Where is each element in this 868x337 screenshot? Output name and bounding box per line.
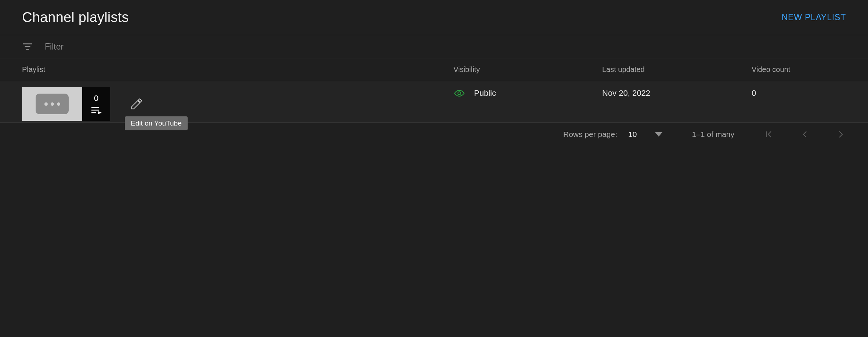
filter-input[interactable] (45, 42, 846, 52)
cell-last-updated: Nov 20, 2022 (602, 87, 752, 98)
page-title: Channel playlists (22, 10, 129, 25)
pager-buttons (764, 129, 846, 139)
thumbnail-overlay: 0 (82, 87, 110, 121)
tooltip-edit-on-youtube: Edit on YouTube (125, 116, 188, 130)
svg-marker-8 (655, 132, 662, 137)
column-header-playlist[interactable]: Playlist (22, 65, 453, 74)
svg-point-7 (458, 92, 461, 95)
filter-bar (0, 35, 868, 58)
visibility-label: Public (474, 88, 496, 98)
channel-playlists-page: Channel playlists NEW PLAYLIST Playlist … (0, 0, 868, 337)
table-row[interactable]: 0 E (0, 81, 868, 123)
playlist-icon (91, 106, 102, 114)
cell-video-count: 0 (752, 87, 846, 98)
cell-playlist: 0 E (22, 87, 453, 121)
column-header-video-count[interactable]: Video count (752, 65, 846, 74)
column-header-visibility[interactable]: Visibility (453, 65, 602, 74)
playlist-thumbnail[interactable]: 0 (22, 87, 110, 121)
thumbnail-image (22, 87, 82, 121)
rows-per-page-value: 10 (628, 130, 637, 139)
filter-icon[interactable] (22, 41, 33, 52)
first-page-button[interactable] (764, 129, 774, 139)
rows-per-page-select[interactable]: 10 (628, 130, 662, 139)
overlay-video-count: 0 (94, 94, 98, 103)
chevron-down-icon (655, 132, 662, 137)
rows-per-page-label: Rows per page: (563, 130, 617, 139)
row-actions (110, 87, 145, 121)
edit-button[interactable] (129, 96, 145, 112)
column-header-last-updated[interactable]: Last updated (602, 65, 752, 74)
prev-page-button[interactable] (800, 129, 810, 139)
thumbnail-placeholder-icon (36, 94, 69, 114)
next-page-button[interactable] (836, 129, 846, 139)
pagination-range: 1–1 of many (684, 130, 742, 139)
rows-per-page: Rows per page: 10 (563, 130, 662, 139)
new-playlist-button[interactable]: NEW PLAYLIST (782, 12, 846, 22)
cell-visibility[interactable]: Public (453, 87, 602, 98)
page-header: Channel playlists NEW PLAYLIST (0, 0, 868, 35)
table-header-row: Playlist Visibility Last updated Video c… (0, 58, 868, 81)
svg-marker-6 (98, 111, 102, 114)
visibility-public-icon (453, 89, 465, 97)
